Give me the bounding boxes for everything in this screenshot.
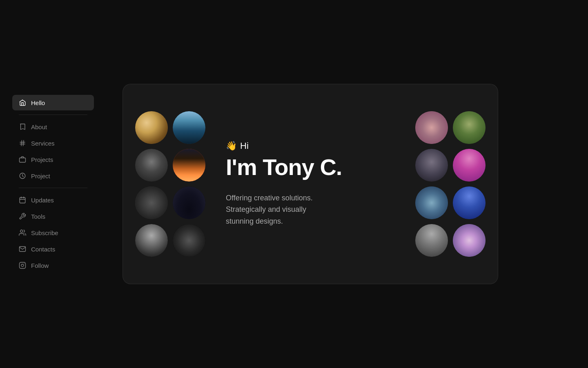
svg-line-2 [21,140,22,146]
hero-description: Offering creative solutions.Strategicall… [226,192,395,227]
right-circle-7 [415,224,448,257]
right-circle-3 [415,149,448,182]
right-circle-5 [415,186,448,219]
sidebar-item-project[interactable]: Project [12,168,94,184]
left-circle-2 [173,111,205,144]
wrench-icon [19,213,26,220]
instagram-icon [19,262,26,269]
sidebar-item-label: Project [31,173,50,180]
sidebar-item-follow[interactable]: Follow [12,258,94,273]
right-circle-1 [415,111,448,144]
hash-icon [19,139,26,147]
sidebar-item-about[interactable]: About [12,119,94,135]
svg-line-3 [23,140,24,146]
sidebar-divider-1 [19,114,87,115]
sidebar-item-updates[interactable]: Updates [12,192,94,208]
right-circle-2 [453,111,486,144]
hero-content: 👋 Hi I'm Tony C. Offering creative solut… [218,141,403,227]
wave-emoji: 👋 [226,141,237,151]
sidebar-item-label: Projects [31,156,53,163]
right-image-grid [403,99,498,269]
app-container: Hello About Services Projects [0,0,588,368]
svg-point-13 [24,263,24,264]
sidebar-item-hello[interactable]: Hello [12,95,94,110]
sidebar-item-label: Follow [31,262,49,269]
left-circle-8 [173,224,205,257]
sidebar-item-projects[interactable]: Projects [12,152,94,167]
home-icon [19,99,26,106]
sidebar-item-contacts[interactable]: Contacts [12,241,94,257]
main-card: 👋 Hi I'm Tony C. Offering creative solut… [122,84,498,284]
sidebar-item-label: About [31,123,47,130]
hi-line: 👋 Hi [226,141,395,151]
user-group-icon [19,229,26,236]
left-circle-7 [135,224,168,257]
sidebar-item-label: Hello [31,99,45,106]
hi-label: Hi [240,141,249,151]
svg-rect-6 [20,197,25,203]
svg-point-12 [21,264,24,267]
left-circle-5 [135,186,168,219]
briefcase-icon [19,156,26,163]
sidebar-item-subscribe[interactable]: Subscribe [12,225,94,240]
right-circle-4 [453,149,486,182]
svg-rect-11 [20,263,26,269]
left-circle-6 [173,186,205,219]
sidebar-item-label: Services [31,140,55,147]
sidebar: Hello About Services Projects [12,95,94,273]
left-circle-3 [135,149,168,182]
right-circle-6 [453,186,486,219]
sidebar-item-label: Tools [31,213,45,220]
calendar-icon [19,196,26,204]
svg-point-10 [20,230,23,232]
left-circle-4 [173,149,205,182]
mail-icon [19,245,26,253]
sidebar-item-tools[interactable]: Tools [12,209,94,224]
svg-rect-4 [20,158,26,162]
left-image-grid [123,99,218,269]
sidebar-item-label: Contacts [31,246,55,253]
sidebar-item-label: Subscribe [31,229,58,236]
right-circle-8 [453,224,486,257]
sidebar-item-label: Updates [31,197,54,204]
sidebar-divider-2 [19,188,87,188]
bookmark-icon [19,123,26,130]
left-circle-1 [135,111,168,144]
clock-icon [19,172,26,180]
hero-name: I'm Tony C. [226,155,395,180]
sidebar-item-services[interactable]: Services [12,135,94,151]
